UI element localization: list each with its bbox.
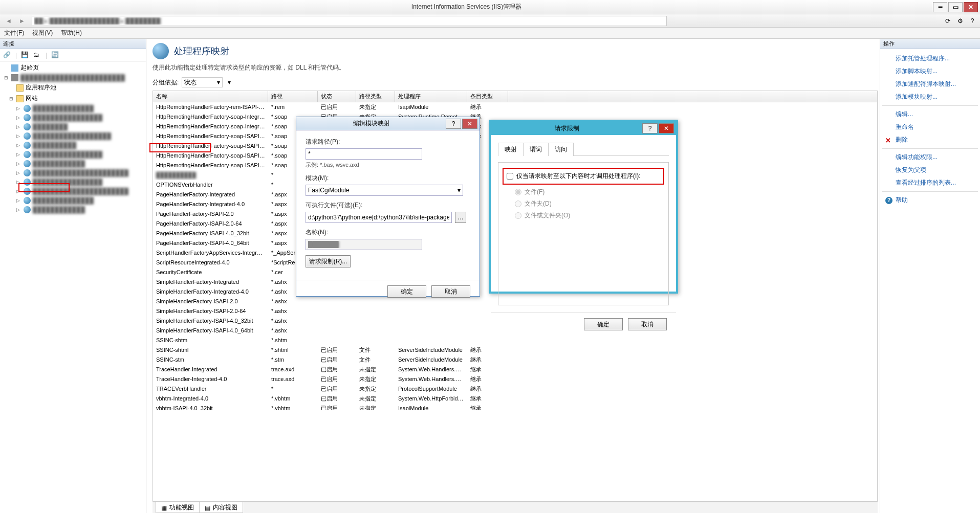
module-select[interactable]: FastCgiModule▾	[306, 185, 463, 196]
tree-site-8[interactable]: ▷██████████████████████	[1, 168, 145, 177]
tree-icon[interactable]: 🗂	[33, 51, 41, 59]
table-row[interactable]: TraceHandler-Integrated-4.0trace.axd已启用未…	[153, 374, 877, 384]
col-handler[interactable]: 处理程序	[395, 91, 467, 102]
action-edit[interactable]: 编辑...	[896, 110, 913, 119]
action-delete[interactable]: 删除	[896, 136, 908, 144]
connections-tree: 起始页 ⊟████████████████████████ 应用程序池 ⊟网站 …	[0, 61, 146, 513]
menu-bar: 文件(F) 视图(V) 帮助(H)	[0, 28, 980, 39]
address-bar: ◄ ► ⟳ ⚙ ?	[0, 14, 980, 28]
ok-button-2[interactable]: 确定	[584, 318, 623, 330]
radio-folder	[515, 200, 521, 207]
page-title: 处理程序映射	[174, 45, 229, 57]
connections-header: 连接	[0, 39, 146, 49]
tree-site-9[interactable]: ▷████████████████	[1, 177, 145, 187]
connect-icon[interactable]: 🔗	[3, 51, 11, 59]
back-button[interactable]: ◄	[3, 15, 14, 27]
tree-site-4[interactable]: ▷██████████████████	[1, 131, 145, 141]
table-row[interactable]: TRACEVerbHandler*已启用未指定ProtocolSupportMo…	[153, 384, 877, 394]
group-select[interactable]: 状态▾	[182, 77, 223, 87]
dialog2-help-button[interactable]: ?	[642, 123, 658, 133]
close-button[interactable]: ✕	[964, 2, 978, 12]
menu-help[interactable]: 帮助(H)	[61, 29, 82, 37]
table-row[interactable]: vbhtm-ISAPI-4.0_32bit*.vbhtm已启用未指定IsapiM…	[153, 404, 877, 410]
action-view-ordered[interactable]: 查看经过排序的列表...	[896, 179, 956, 187]
delete-icon: ✕	[885, 137, 892, 144]
connections-toolbar: 🔗 | 💾 🗂 | 🔄	[0, 49, 146, 61]
col-state[interactable]: 状态	[318, 91, 356, 102]
exec-label: 可执行文件(可选)(E):	[306, 201, 470, 210]
cancel-button[interactable]: 取消	[431, 285, 470, 298]
refresh-tree-icon[interactable]: 🔄	[51, 51, 59, 59]
tab-verb[interactable]: 谓词	[523, 143, 549, 156]
page-icon	[153, 43, 169, 59]
dialog-help-button[interactable]: ?	[446, 119, 461, 129]
tab-mapping[interactable]: 映射	[498, 143, 524, 156]
tree-site-1[interactable]: ▷██████████████	[1, 104, 145, 113]
tree-site-10[interactable]: ▷██████████████████████	[1, 187, 145, 196]
tree-site-6[interactable]: ▷████████████████	[1, 150, 145, 159]
save-icon[interactable]: 💾	[21, 51, 29, 59]
tab-content[interactable]: ▤内容视图	[199, 502, 243, 513]
table-row[interactable]: SSINC-shtml*.shtml已启用文件ServerSideInclude…	[153, 345, 877, 355]
col-etype[interactable]: 条目类型	[467, 91, 508, 102]
action-revert[interactable]: 恢复为父项	[896, 166, 926, 174]
radio-file	[515, 189, 521, 195]
cancel-button-2[interactable]: 取消	[628, 318, 667, 330]
path-input[interactable]	[306, 148, 422, 160]
browse-button[interactable]: …	[455, 212, 466, 223]
table-row[interactable]: TraceHandler-Integratedtrace.axd已启用未指定Sy…	[153, 365, 877, 374]
menu-view[interactable]: 视图(V)	[32, 29, 53, 37]
address-input[interactable]	[32, 16, 667, 26]
tree-site-11[interactable]: ▷██████████████	[1, 196, 145, 205]
tree-site-3[interactable]: ▷████████	[1, 122, 145, 131]
edit-module-dialog: 编辑模块映射 ? ✕ 请求路径(P): 示例: *.bas, wsvc.axd …	[296, 117, 480, 297]
invoke-checkbox-row: 仅当请求映射至以下内容时才调用处理程序(I):	[503, 168, 664, 185]
actions-header: 操作	[880, 39, 980, 49]
invoke-checkbox[interactable]	[507, 173, 513, 180]
table-row[interactable]: SSINC-stm*.stm已启用文件ServerSideIncludeModu…	[153, 355, 877, 365]
connections-panel: 连接 🔗 | 💾 🗂 | 🔄 起始页 ⊟████████████████████…	[0, 39, 146, 513]
ok-button[interactable]: 确定	[387, 285, 426, 298]
minimize-button[interactable]: ━	[933, 2, 947, 12]
dialog-title: 编辑模块映射	[298, 119, 445, 128]
group-label: 分组依据:	[153, 78, 179, 87]
restrict-button[interactable]: 请求限制(R)...	[306, 255, 351, 267]
view-tabs: ▦功能视图 ▤内容视图	[153, 502, 878, 513]
action-add-managed[interactable]: 添加托管处理程序...	[896, 54, 950, 63]
window-titlebar: Internet Information Services (IIS)管理器 ━…	[0, 0, 980, 14]
settings-icon[interactable]: ⚙	[955, 16, 965, 26]
dialog2-close-button[interactable]: ✕	[659, 123, 674, 133]
tree-server[interactable]: ⊟████████████████████████	[1, 73, 145, 82]
action-add-script[interactable]: 添加脚本映射...	[896, 67, 938, 76]
exec-input[interactable]	[306, 212, 452, 223]
grid-header: 名称 路径 状态 路径类型 处理程序 条目类型	[153, 91, 877, 102]
col-name[interactable]: 名称	[153, 91, 268, 102]
tab-features[interactable]: ▦功能视图	[156, 502, 200, 513]
window-title: Internet Information Services (IIS)管理器	[0, 3, 933, 11]
table-row[interactable]: SSINC-shtm*.shtm	[153, 336, 877, 345]
menu-file[interactable]: 文件(F)	[4, 29, 24, 37]
tree-apppool[interactable]: 应用程序池	[1, 82, 145, 93]
forward-button[interactable]: ►	[16, 15, 28, 27]
action-add-wildcard[interactable]: 添加通配符脚本映射...	[896, 80, 956, 88]
table-row[interactable]: vbhtm-Integrated-4.0*.vbhtm已启用未指定System.…	[153, 394, 877, 404]
tree-site-7[interactable]: ▷████████████	[1, 159, 145, 168]
tree-site-2[interactable]: ▷████████████████	[1, 113, 145, 122]
maximize-button[interactable]: ▭	[948, 2, 963, 12]
table-row[interactable]: HttpRemotingHandlerFactory-rem-ISAPI-4.0…	[153, 102, 877, 112]
tree-site-12[interactable]: ▷████████████	[1, 205, 145, 214]
tab-access[interactable]: 访问	[548, 143, 574, 156]
tree-site-5[interactable]: ▷██████████	[1, 141, 145, 150]
tree-sites[interactable]: ⊟网站	[1, 93, 145, 104]
refresh-icon[interactable]: ⟳	[943, 16, 952, 26]
action-add-module[interactable]: 添加模块映射...	[896, 93, 938, 101]
request-restrict-dialog: 请求限制 ? ✕ 映射 谓词 访问 仅当请求映射至以下内容时才调用处理程序(I)…	[489, 120, 678, 294]
col-path[interactable]: 路径	[268, 91, 318, 102]
help-icon[interactable]: ?	[968, 16, 977, 26]
col-ptype[interactable]: 路径类型	[356, 91, 395, 102]
action-help[interactable]: 帮助	[896, 196, 908, 205]
action-rename[interactable]: 重命名	[896, 123, 914, 131]
action-edit-perm[interactable]: 编辑功能权限...	[896, 153, 938, 162]
dialog-close-button[interactable]: ✕	[462, 119, 477, 129]
tree-start[interactable]: 起始页	[1, 62, 145, 73]
